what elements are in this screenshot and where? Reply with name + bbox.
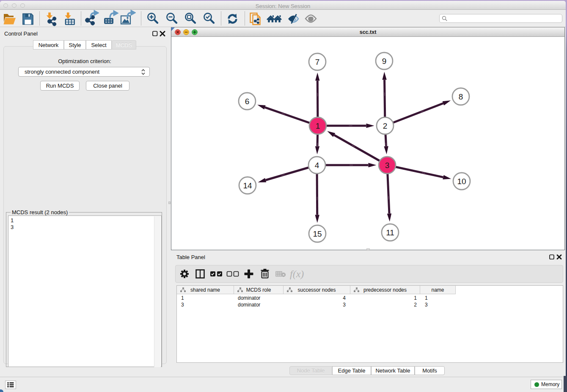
svg-text:7: 7: [315, 58, 320, 66]
svg-text:f(x): f(x): [290, 268, 304, 279]
svg-text:10: 10: [457, 177, 466, 186]
svg-text:3: 3: [385, 161, 390, 170]
svg-text:8: 8: [459, 92, 463, 101]
svg-text:1: 1: [316, 121, 320, 130]
svg-text:2: 2: [383, 121, 388, 130]
svg-text:14: 14: [243, 181, 252, 190]
svg-text:15: 15: [313, 229, 322, 238]
svg-text:11: 11: [386, 228, 394, 237]
svg-text:9: 9: [382, 57, 387, 66]
svg-text:6: 6: [245, 97, 250, 106]
svg-text:4: 4: [315, 161, 319, 170]
